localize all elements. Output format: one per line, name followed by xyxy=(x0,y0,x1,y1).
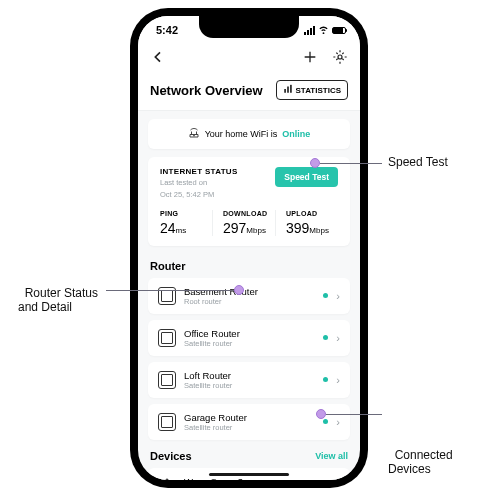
svg-rect-2 xyxy=(287,87,289,93)
router-box-icon xyxy=(158,329,176,347)
download-metric: DOWNLOAD 297Mbps xyxy=(212,210,275,236)
router-section-title: Router xyxy=(148,256,350,278)
router-sub: Satellite router xyxy=(184,423,315,432)
wifi-status-text: Your home WiFi is xyxy=(205,129,278,139)
router-box-icon xyxy=(158,371,176,389)
svg-rect-1 xyxy=(284,89,286,93)
internet-status-heading: INTERNET STATUS xyxy=(160,167,238,176)
router-icon xyxy=(188,127,200,141)
plus-icon[interactable] xyxy=(302,49,318,69)
router-name: Loft Router xyxy=(184,370,315,381)
wifi-status-value: Online xyxy=(282,129,310,139)
ping-metric: PING 24ms xyxy=(160,210,212,236)
router-name: Basement Router xyxy=(184,286,315,297)
ping-value: 24 xyxy=(160,220,176,236)
device-name: Wyze Cam v3 xyxy=(184,476,315,481)
router-row[interactable]: Basement RouterRoot router › xyxy=(148,278,350,314)
page-header: Network Overview STATISTICS xyxy=(138,74,360,111)
chevron-right-icon: › xyxy=(336,290,340,302)
svg-rect-3 xyxy=(290,85,292,93)
screen: 5:42 xyxy=(138,16,360,480)
page-title: Network Overview xyxy=(150,83,263,98)
last-tested-line2: Oct 25, 5:42 PM xyxy=(160,190,238,200)
content-scroll[interactable]: Your home WiFi is Online INTERNET STATUS… xyxy=(138,111,360,480)
speed-test-button[interactable]: Speed Test xyxy=(275,167,338,187)
download-label: DOWNLOAD xyxy=(223,210,275,217)
status-dot xyxy=(323,419,328,424)
upload-label: UPLOAD xyxy=(286,210,338,217)
download-value: 297 xyxy=(223,220,246,236)
clock: 5:42 xyxy=(156,24,178,36)
home-indicator xyxy=(209,473,289,476)
notch xyxy=(199,16,299,38)
wifi-icon xyxy=(318,24,329,37)
view-all-link[interactable]: View all xyxy=(315,451,348,461)
router-name: Office Router xyxy=(184,328,315,339)
internet-status-card: INTERNET STATUS Last tested on Oct 25, 5… xyxy=(148,157,350,246)
chevron-right-icon: › xyxy=(336,480,340,481)
last-tested-line1: Last tested on xyxy=(160,178,238,188)
upload-unit: Mbps xyxy=(309,226,329,235)
router-row[interactable]: Loft RouterSatellite router › xyxy=(148,362,350,398)
chevron-right-icon: › xyxy=(336,416,340,428)
bar-chart-icon xyxy=(283,84,293,96)
svg-point-4 xyxy=(193,135,194,136)
upload-metric: UPLOAD 399Mbps xyxy=(275,210,338,236)
annotation-speed-test: Speed Test xyxy=(388,155,448,169)
wifi-status-banner: Your home WiFi is Online xyxy=(148,119,350,149)
router-sub: Satellite router xyxy=(184,339,315,348)
router-box-icon xyxy=(158,413,176,431)
battery-icon xyxy=(332,27,346,34)
status-dot xyxy=(323,293,328,298)
devices-section-title: Devices xyxy=(150,450,192,462)
status-dot xyxy=(323,335,328,340)
router-sub: Root router xyxy=(184,297,315,306)
svg-point-0 xyxy=(338,55,342,59)
router-sub: Satellite router xyxy=(184,381,315,390)
phone-frame: 5:42 xyxy=(130,8,368,488)
router-row[interactable]: Office RouterSatellite router › xyxy=(148,320,350,356)
upload-value: 399 xyxy=(286,220,309,236)
signal-icon xyxy=(304,26,315,35)
status-dot xyxy=(323,377,328,382)
download-unit: Mbps xyxy=(246,226,266,235)
top-bar xyxy=(138,44,360,74)
annotation-router-status: Router Status and Detail xyxy=(18,272,98,342)
router-name: Garage Router xyxy=(184,412,315,423)
back-icon[interactable] xyxy=(150,49,166,69)
statistics-label: STATISTICS xyxy=(296,86,341,95)
annotation-connected-devices: Connected Devices xyxy=(388,406,453,476)
chevron-right-icon: › xyxy=(336,374,340,386)
chevron-right-icon: › xyxy=(336,332,340,344)
statistics-button[interactable]: STATISTICS xyxy=(276,80,348,100)
devices-section-header: Devices View all xyxy=(148,446,350,468)
house-icon xyxy=(158,477,176,481)
gear-icon[interactable] xyxy=(332,49,348,69)
ping-label: PING xyxy=(160,210,212,217)
ping-unit: ms xyxy=(176,226,187,235)
